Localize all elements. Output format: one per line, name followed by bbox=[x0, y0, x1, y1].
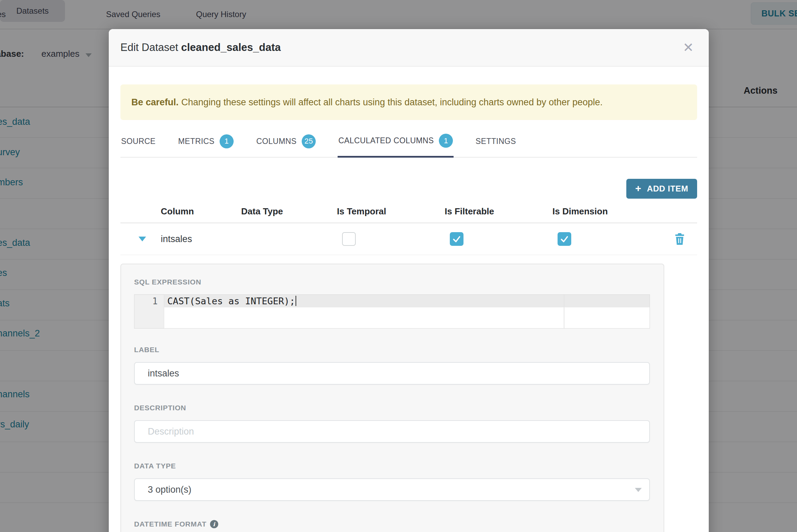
tab-metrics-label: METRICS bbox=[178, 137, 214, 146]
editor-line-number: 1 bbox=[152, 296, 158, 306]
tab-metrics[interactable]: METRICS 1 bbox=[178, 129, 234, 157]
data-type-label: DATA TYPE bbox=[134, 462, 651, 470]
sql-expression-editor[interactable]: 1 CAST(Sales as INTEGER); bbox=[134, 294, 650, 329]
metrics-count-badge: 1 bbox=[220, 134, 234, 148]
delete-trash-icon[interactable] bbox=[674, 232, 685, 245]
tab-settings-label: SETTINGS bbox=[475, 137, 516, 146]
description-input[interactable] bbox=[134, 420, 650, 443]
datetime-format-label-text: DATETIME FORMAT bbox=[134, 520, 207, 528]
warning-banner: Be careful. Changing these settings will… bbox=[120, 84, 697, 120]
edit-dataset-modal: Edit Dataset cleaned_sales_data ✕ Be car… bbox=[109, 29, 709, 532]
editor-gutter: 1 bbox=[134, 295, 164, 328]
modal-title: Edit Dataset cleaned_sales_data bbox=[120, 41, 281, 54]
sql-code-text: CAST(Sales as INTEGER); bbox=[167, 296, 295, 306]
is-dimension-checkbox[interactable] bbox=[558, 232, 571, 246]
label-input[interactable] bbox=[134, 362, 650, 385]
tab-settings[interactable]: SETTINGS bbox=[475, 129, 517, 157]
modal-header: Edit Dataset cleaned_sales_data ✕ bbox=[109, 29, 709, 67]
tab-source[interactable]: SOURCE bbox=[120, 129, 156, 157]
warning-banner-bold: Be careful. bbox=[131, 97, 179, 108]
is-temporal-checkbox[interactable] bbox=[342, 232, 356, 246]
collapse-caret-icon[interactable] bbox=[139, 237, 146, 241]
add-item-label: ADD ITEM bbox=[647, 184, 688, 194]
calculated-column-row: intsales bbox=[120, 223, 697, 255]
is-temporal-header: Is Temporal bbox=[334, 206, 441, 217]
check-icon bbox=[452, 235, 461, 243]
check-icon bbox=[560, 235, 569, 243]
columns-count-badge: 25 bbox=[302, 134, 316, 148]
modal-title-dataset-name: cleaned_sales_data bbox=[181, 41, 281, 53]
calculated-columns-header-row: Column Data Type Is Temporal Is Filterab… bbox=[120, 203, 697, 223]
chevron-down-icon bbox=[635, 488, 642, 492]
description-label: DESCRIPTION bbox=[134, 404, 651, 412]
tab-columns[interactable]: COLUMNS 25 bbox=[256, 129, 316, 157]
modal-title-prefix: Edit Dataset bbox=[120, 41, 178, 53]
label-label: LABEL bbox=[134, 346, 651, 354]
tab-columns-label: COLUMNS bbox=[256, 137, 297, 146]
calculated-column-name: intsales bbox=[157, 234, 238, 244]
modal-body: Be careful. Changing these settings will… bbox=[109, 84, 709, 532]
modal-tabs: SOURCE METRICS 1 COLUMNS 25 CALCULATED C… bbox=[120, 129, 697, 158]
warning-banner-text: Changing these settings will affect all … bbox=[181, 97, 603, 108]
tab-source-label: SOURCE bbox=[121, 137, 156, 146]
sql-expression-label: SQL EXPRESSION bbox=[134, 278, 651, 286]
column-header: Column bbox=[157, 206, 238, 217]
is-filterable-checkbox[interactable] bbox=[450, 232, 463, 246]
plus-icon: + bbox=[635, 183, 641, 194]
calculated-columns-count-badge: 1 bbox=[439, 134, 453, 148]
close-icon[interactable]: ✕ bbox=[679, 40, 697, 55]
calculated-column-detail-panel: SQL EXPRESSION 1 CAST(Sales as INTEGER);… bbox=[120, 264, 664, 532]
add-item-button[interactable]: + ADD ITEM bbox=[626, 179, 697, 199]
is-dimension-header: Is Dimension bbox=[549, 206, 660, 217]
tab-calculated-columns[interactable]: CALCULATED COLUMNS 1 bbox=[338, 129, 454, 158]
page: Databases Datasets Saved Queries Query H… bbox=[0, 0, 797, 532]
editor-print-margin bbox=[564, 295, 564, 328]
datetime-format-label: DATETIME FORMAT i bbox=[134, 520, 651, 528]
is-filterable-header: Is Filterable bbox=[441, 206, 549, 217]
data-type-select[interactable]: 3 option(s) bbox=[134, 478, 650, 501]
info-icon[interactable]: i bbox=[210, 520, 218, 528]
sql-expression-code: CAST(Sales as INTEGER); bbox=[167, 296, 296, 306]
data-type-header: Data Type bbox=[238, 206, 334, 217]
tab-calculated-columns-label: CALCULATED COLUMNS bbox=[338, 136, 434, 145]
text-cursor bbox=[296, 296, 296, 306]
data-type-selected-value: 3 option(s) bbox=[148, 484, 192, 495]
